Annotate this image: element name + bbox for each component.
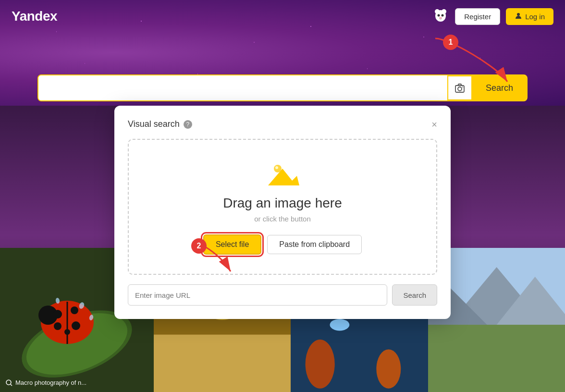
svg-point-25: [64, 329, 70, 335]
svg-point-4: [442, 14, 444, 16]
svg-point-13: [275, 166, 278, 169]
or-text: or click the button: [138, 215, 427, 223]
svg-point-22: [71, 306, 78, 314]
svg-point-9: [462, 86, 463, 87]
svg-point-3: [438, 14, 440, 16]
url-input[interactable]: [128, 284, 387, 306]
svg-point-29: [6, 380, 11, 385]
search-area: Search: [37, 74, 528, 101]
bear-icon[interactable]: [432, 6, 449, 27]
svg-point-2: [442, 9, 446, 14]
url-row: Search: [128, 284, 437, 306]
paste-clipboard-button[interactable]: Paste from clipboard: [267, 235, 362, 254]
annotation-1: 1: [443, 35, 458, 50]
register-button[interactable]: Register: [455, 8, 500, 25]
search-bar: Search: [37, 74, 528, 101]
annotation-circle-1: 1: [443, 35, 458, 50]
svg-rect-32: [154, 335, 291, 392]
annotation-2: 2: [191, 238, 207, 254]
drag-text: Drag an image here: [138, 196, 427, 211]
svg-point-24: [72, 321, 80, 330]
modal-title: Visual search ?: [128, 119, 192, 129]
svg-rect-42: [428, 325, 565, 392]
modal-header: Visual search ? ×: [128, 119, 437, 129]
drop-zone[interactable]: Drag an image here or click the button S…: [128, 139, 437, 275]
svg-point-6: [517, 13, 520, 16]
login-button[interactable]: Log in: [506, 8, 553, 25]
svg-point-5: [439, 17, 442, 19]
annotation-circle-2: 2: [191, 238, 207, 254]
image-label-1: Macro photography of n...: [6, 379, 86, 386]
header: Yandex Register Log in: [0, 0, 565, 33]
visual-search-modal: Visual search ? × Drag an image here or …: [114, 106, 451, 319]
search-input[interactable]: [38, 75, 447, 100]
svg-point-40: [330, 319, 350, 331]
camera-button[interactable]: [447, 75, 472, 100]
svg-point-23: [54, 322, 61, 330]
image-upload-icon: [266, 159, 299, 188]
svg-point-35: [306, 340, 335, 389]
svg-point-21: [53, 310, 62, 318]
svg-marker-12: [268, 169, 299, 185]
help-icon[interactable]: ?: [184, 120, 192, 129]
svg-point-36: [377, 349, 401, 389]
svg-point-8: [458, 87, 462, 91]
user-icon: [515, 12, 522, 21]
close-button[interactable]: ×: [431, 120, 437, 129]
logo: Yandex: [12, 9, 57, 24]
drop-buttons: Select file Paste from clipboard: [138, 234, 427, 255]
svg-line-30: [11, 384, 12, 386]
search-button[interactable]: Search: [472, 75, 527, 100]
svg-point-1: [435, 9, 440, 14]
url-search-button[interactable]: Search: [392, 284, 437, 306]
header-right: Register Log in: [432, 6, 553, 27]
select-file-button[interactable]: Select file: [203, 234, 261, 255]
